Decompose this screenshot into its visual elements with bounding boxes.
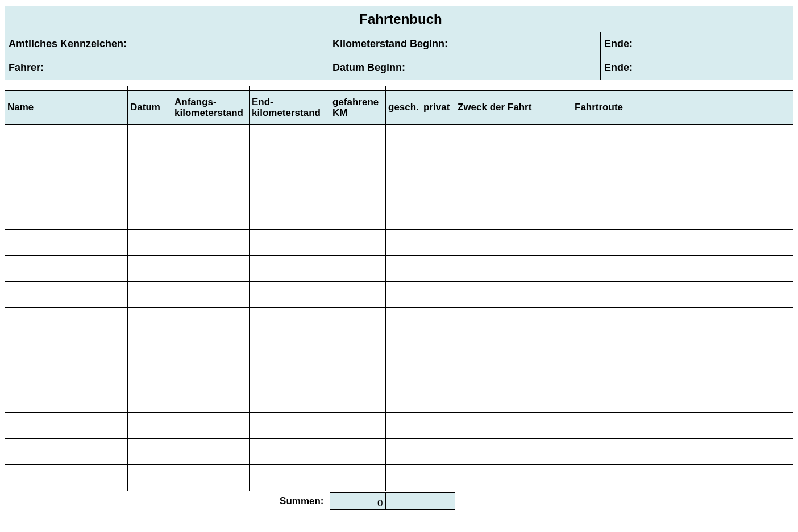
table-cell[interactable] <box>386 177 421 203</box>
table-cell[interactable] <box>5 125 128 151</box>
table-cell[interactable] <box>330 177 386 203</box>
table-cell[interactable] <box>330 360 386 386</box>
table-cell[interactable] <box>421 256 455 282</box>
table-cell[interactable] <box>250 282 330 308</box>
table-cell[interactable] <box>330 151 386 177</box>
table-cell[interactable] <box>455 360 572 386</box>
table-cell[interactable] <box>386 308 421 334</box>
table-cell[interactable] <box>128 308 172 334</box>
table-cell[interactable] <box>455 230 572 256</box>
table-cell[interactable] <box>421 413 455 439</box>
table-cell[interactable] <box>572 125 793 151</box>
table-cell[interactable] <box>330 308 386 334</box>
table-cell[interactable] <box>128 413 172 439</box>
table-cell[interactable] <box>421 465 455 491</box>
table-cell[interactable] <box>455 334 572 360</box>
table-cell[interactable] <box>455 125 572 151</box>
table-cell[interactable] <box>330 439 386 465</box>
table-cell[interactable] <box>5 413 128 439</box>
table-cell[interactable] <box>455 282 572 308</box>
table-cell[interactable] <box>128 465 172 491</box>
table-cell[interactable] <box>250 465 330 491</box>
table-cell[interactable] <box>330 413 386 439</box>
table-cell[interactable] <box>5 177 128 203</box>
table-cell[interactable] <box>5 203 128 230</box>
table-cell[interactable] <box>330 386 386 413</box>
table-cell[interactable] <box>421 177 455 203</box>
table-cell[interactable] <box>386 151 421 177</box>
table-cell[interactable] <box>330 256 386 282</box>
table-cell[interactable] <box>455 151 572 177</box>
table-cell[interactable] <box>5 465 128 491</box>
table-cell[interactable] <box>128 439 172 465</box>
table-cell[interactable] <box>172 308 250 334</box>
table-cell[interactable] <box>172 413 250 439</box>
table-cell[interactable] <box>421 203 455 230</box>
table-cell[interactable] <box>572 282 793 308</box>
table-cell[interactable] <box>421 230 455 256</box>
table-cell[interactable] <box>421 334 455 360</box>
table-cell[interactable] <box>5 151 128 177</box>
table-cell[interactable] <box>330 203 386 230</box>
table-cell[interactable] <box>172 151 250 177</box>
table-cell[interactable] <box>386 334 421 360</box>
table-cell[interactable] <box>172 386 250 413</box>
table-cell[interactable] <box>128 177 172 203</box>
table-cell[interactable] <box>250 177 330 203</box>
table-cell[interactable] <box>572 360 793 386</box>
table-cell[interactable] <box>172 360 250 386</box>
table-cell[interactable] <box>128 230 172 256</box>
table-cell[interactable] <box>250 151 330 177</box>
table-cell[interactable] <box>5 439 128 465</box>
table-cell[interactable] <box>172 282 250 308</box>
table-cell[interactable] <box>5 282 128 308</box>
table-cell[interactable] <box>128 203 172 230</box>
table-cell[interactable] <box>128 386 172 413</box>
table-cell[interactable] <box>421 386 455 413</box>
table-cell[interactable] <box>128 360 172 386</box>
table-cell[interactable] <box>5 360 128 386</box>
table-cell[interactable] <box>386 203 421 230</box>
table-cell[interactable] <box>330 230 386 256</box>
table-cell[interactable] <box>250 256 330 282</box>
table-cell[interactable] <box>572 177 793 203</box>
table-cell[interactable] <box>572 465 793 491</box>
table-cell[interactable] <box>128 256 172 282</box>
table-cell[interactable] <box>572 203 793 230</box>
table-cell[interactable] <box>5 256 128 282</box>
table-cell[interactable] <box>172 465 250 491</box>
table-cell[interactable] <box>421 439 455 465</box>
table-cell[interactable] <box>421 125 455 151</box>
table-cell[interactable] <box>172 256 250 282</box>
table-cell[interactable] <box>572 151 793 177</box>
table-cell[interactable] <box>172 125 250 151</box>
table-cell[interactable] <box>330 125 386 151</box>
table-cell[interactable] <box>572 308 793 334</box>
table-cell[interactable] <box>330 465 386 491</box>
table-cell[interactable] <box>386 125 421 151</box>
table-cell[interactable] <box>5 334 128 360</box>
table-cell[interactable] <box>250 230 330 256</box>
table-cell[interactable] <box>421 360 455 386</box>
table-cell[interactable] <box>572 413 793 439</box>
table-cell[interactable] <box>250 439 330 465</box>
table-cell[interactable] <box>250 413 330 439</box>
table-cell[interactable] <box>455 256 572 282</box>
table-cell[interactable] <box>128 334 172 360</box>
table-cell[interactable] <box>572 439 793 465</box>
table-cell[interactable] <box>421 282 455 308</box>
table-cell[interactable] <box>5 308 128 334</box>
table-cell[interactable] <box>128 151 172 177</box>
table-cell[interactable] <box>386 465 421 491</box>
table-cell[interactable] <box>128 125 172 151</box>
table-cell[interactable] <box>128 282 172 308</box>
table-cell[interactable] <box>330 282 386 308</box>
table-cell[interactable] <box>5 386 128 413</box>
table-cell[interactable] <box>386 360 421 386</box>
table-cell[interactable] <box>572 230 793 256</box>
table-cell[interactable] <box>172 230 250 256</box>
table-cell[interactable] <box>250 308 330 334</box>
table-cell[interactable] <box>386 439 421 465</box>
table-cell[interactable] <box>455 203 572 230</box>
table-cell[interactable] <box>5 230 128 256</box>
